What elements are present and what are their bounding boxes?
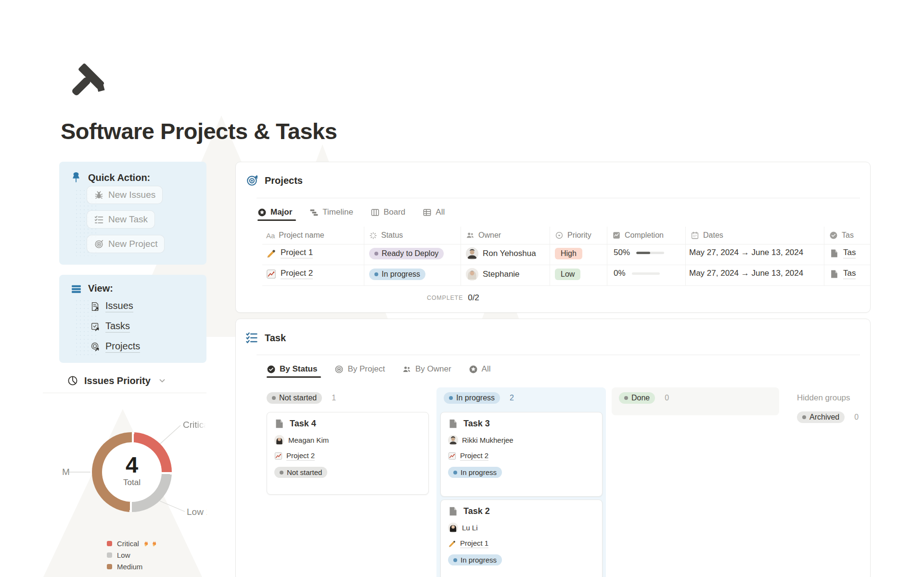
star-circle-icon — [257, 208, 267, 217]
tasks-relation-link[interactable]: Tas — [843, 269, 856, 279]
page-icon — [274, 419, 284, 429]
checklist-icon — [94, 215, 104, 225]
dates-value: May 27, 2024 → June 13, 2024 — [689, 269, 803, 278]
board-icon — [371, 208, 380, 217]
task-status-pill: In progress — [448, 554, 502, 565]
avatar — [448, 435, 458, 445]
tasks-relation-cell[interactable]: Tas — [830, 248, 856, 258]
completion-bar — [636, 252, 664, 254]
sidebar-item-issues-label: Issues — [105, 300, 133, 312]
dates-cell[interactable]: May 27, 2024 → June 13, 2024 — [689, 269, 803, 278]
legend-item-low: Low — [107, 551, 157, 559]
status-dot — [374, 272, 378, 276]
sidebar-item-tasks-label: Tasks — [105, 321, 130, 333]
new-project-button[interactable]: New Project — [87, 235, 165, 253]
people-icon — [466, 231, 475, 240]
donut-callout-low: Low 1 — [187, 507, 207, 517]
task-project-row[interactable]: Project 1 — [448, 539, 595, 548]
task-card-task-3[interactable]: Task 3 Rikki Mukherjee Project 2 In prog… — [440, 412, 603, 497]
tab-major[interactable]: Major — [257, 207, 292, 217]
issues-priority-header[interactable]: Issues Priority — [67, 375, 166, 386]
task-title: Task 4 — [290, 419, 316, 429]
column-label: Not started — [279, 394, 317, 402]
star-circle-icon — [469, 365, 478, 374]
checklist-icon — [245, 331, 258, 345]
target-icon — [334, 365, 344, 374]
bug-icon — [94, 190, 104, 200]
owner-name: Stephanie — [483, 269, 520, 279]
new-issues-button[interactable]: New Issues — [87, 186, 163, 204]
tab-by-status[interactable]: By Status — [267, 364, 317, 374]
page-title: Software Projects & Tasks — [61, 118, 337, 144]
issues-priority-chart: 4 Total Critica M Low 1 Critical Low Med… — [62, 411, 207, 577]
priority-label: Low — [561, 270, 575, 278]
sidebar-divider — [43, 393, 206, 393]
project-2-link[interactable]: Project 2 — [281, 269, 313, 279]
target-icon — [246, 174, 258, 187]
table-row-project-2-name[interactable]: Project 2 — [266, 269, 313, 279]
sidebar-item-projects[interactable]: Projects — [90, 341, 140, 353]
page-icon — [830, 269, 839, 279]
donut-callout-medium: M — [62, 467, 70, 477]
task-project-row[interactable]: Project 2 — [448, 451, 595, 461]
task-arrow-icon — [90, 321, 101, 332]
column-count: 1 — [332, 394, 336, 402]
status-pill-in-progress[interactable]: In progress — [369, 269, 425, 280]
check-circle-icon — [829, 231, 838, 240]
column-pill-not-started[interactable]: Not started — [267, 392, 322, 404]
tab-timeline[interactable]: Timeline — [309, 207, 353, 217]
donut-total-value: 4 — [92, 451, 172, 478]
hamburger-icon — [70, 283, 82, 295]
quick-action-panel: Quick Action: New Issues New Task New Pr… — [59, 162, 206, 265]
sidebar-item-issues[interactable]: Issues — [90, 300, 133, 312]
tab-board[interactable]: Board — [371, 207, 405, 217]
task-project-row[interactable]: Project 2 — [274, 451, 421, 461]
avatar — [274, 435, 284, 445]
donut-total-label: Total — [92, 478, 172, 487]
priority-label: High — [561, 249, 577, 257]
dates-cell[interactable]: May 27, 2024 → June 13, 2024 — [689, 248, 803, 257]
task-card-task-4[interactable]: Task 4 Meagan Kim Project 2 Not started — [267, 412, 429, 495]
archived-pill[interactable]: Archived — [797, 411, 845, 423]
priority-pill-high[interactable]: High — [555, 248, 582, 259]
text-type-icon: Aa — [266, 231, 275, 240]
donut-callout-critical: Critica — [183, 420, 207, 430]
sidebar-item-tasks[interactable]: Tasks — [90, 321, 130, 333]
tab-by-owner[interactable]: By Owner — [402, 364, 451, 374]
project-1-link[interactable]: Project 1 — [281, 248, 313, 258]
column-pill-in-progress[interactable]: In progress — [444, 392, 500, 404]
tab-major-underline — [257, 219, 296, 221]
chart-increasing-icon — [448, 452, 456, 460]
tab-by-project[interactable]: By Project — [334, 364, 385, 374]
task-owner: Rikki Mukherjee — [462, 436, 513, 444]
task-project-link[interactable]: Project 1 — [460, 539, 488, 548]
owner-cell-stephanie[interactable]: Stephanie — [466, 268, 520, 281]
table-row-project-1-name[interactable]: Project 1 — [266, 248, 313, 258]
owner-cell-ron[interactable]: Ron Yehoshua — [466, 247, 536, 260]
col-completion: Completion — [625, 231, 664, 240]
complete-value: 0/2 — [468, 293, 479, 303]
status-pill-ready-to-deploy[interactable]: Ready to Deploy — [369, 248, 444, 259]
task-project-link[interactable]: Project 2 — [460, 451, 488, 461]
task-status-label: In progress — [461, 468, 497, 476]
chart-increasing-icon — [266, 269, 276, 279]
archived-count: 0 — [854, 413, 859, 422]
column-pill-done[interactable]: Done — [619, 392, 655, 404]
new-task-label: New Task — [108, 214, 148, 225]
tasks-relation-link[interactable]: Tas — [843, 248, 856, 258]
new-task-button[interactable]: New Task — [87, 210, 155, 229]
hidden-groups-label: Hidden groups — [797, 393, 850, 403]
legend-label-medium: Medium — [117, 563, 142, 571]
writing-hand-icon — [266, 248, 276, 258]
tasks-relation-cell[interactable]: Tas — [830, 269, 856, 279]
tab-all[interactable]: All — [469, 364, 491, 374]
legend-item-medium: Medium — [107, 563, 157, 571]
task-project-link[interactable]: Project 2 — [286, 451, 315, 461]
view-title: View: — [88, 283, 113, 294]
check-circle-icon — [267, 365, 276, 374]
priority-pill-low[interactable]: Low — [555, 269, 580, 280]
task-card-task-2[interactable]: Task 2 Lu Li Project 1 In progress — [440, 500, 603, 577]
priority-icon — [555, 231, 564, 240]
legend-swatch-critical — [107, 541, 112, 546]
tab-all[interactable]: All — [423, 207, 445, 217]
